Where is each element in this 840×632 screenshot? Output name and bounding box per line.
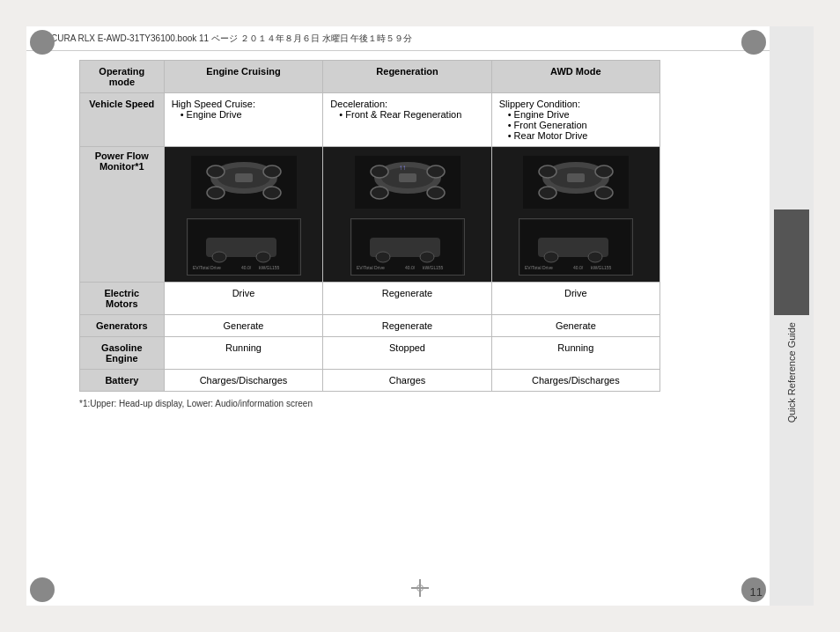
svg-point-21 <box>371 187 388 199</box>
svg-point-6 <box>263 187 281 199</box>
awd-gasoline: Running <box>491 337 659 370</box>
car-image-awd-top <box>523 151 629 214</box>
row-label-generators: Generators <box>80 315 165 337</box>
table-row-electric-motors: Electric Motors Drive Regenerate Drive <box>80 283 660 315</box>
svg-point-5 <box>207 187 225 199</box>
header-operating: Operating mode <box>80 61 165 93</box>
row-label-gasoline: Gasoline Engine <box>80 337 165 370</box>
svg-text:EV/Total Drive: EV/Total Drive <box>525 265 553 270</box>
row-label-battery: Battery <box>80 370 165 392</box>
table-row-generators: Generators Generate Regenerate Generate <box>80 315 660 337</box>
svg-text:EV/Total Drive: EV/Total Drive <box>357 265 385 270</box>
svg-point-43 <box>544 252 558 262</box>
regen-bullet-1: Front & Rear Regeneration <box>339 109 483 120</box>
header-regen: Regeneration <box>323 61 491 93</box>
right-sidebar: Quick Reference Guide <box>770 26 814 606</box>
svg-text:40.0/: 40.0/ <box>573 265 584 270</box>
awd-battery: Charges/Discharges <box>491 370 659 392</box>
svg-text:155: 155 <box>436 265 444 270</box>
svg-text:40.0/: 40.0/ <box>405 265 416 270</box>
svg-rect-23 <box>399 173 416 182</box>
car-image-regen-top: ↑↑ <box>355 151 461 214</box>
svg-point-37 <box>595 165 613 178</box>
svg-point-22 <box>427 187 445 199</box>
awd-electric: Drive <box>491 283 659 315</box>
engine-bullet-1: Engine Drive <box>181 109 316 120</box>
table-row-gasoline: Gasoline Engine Running Stopped Running <box>80 337 660 370</box>
engine-generators: Generate <box>164 315 323 337</box>
svg-rect-7 <box>235 173 253 182</box>
svg-text:↑↑: ↑↑ <box>399 164 406 172</box>
footnote: *1:Upper: Head-up display, Lower: Audio/… <box>79 399 748 408</box>
regen-vehicle-speed: Deceleration: Front & Rear Regeneration <box>323 93 491 147</box>
sidebar-label: Quick Reference Guide <box>786 322 797 423</box>
row-label-vehicle-speed: Vehicle Speed <box>80 93 165 147</box>
awd-bullet-3: Rear Motor Drive <box>508 130 652 141</box>
svg-point-11 <box>256 252 270 262</box>
engine-vehicle-speed: High Speed Cruise: Engine Drive <box>164 93 323 147</box>
awd-vehicle-speed: Slippery Condition: Engine Drive Front G… <box>491 93 659 147</box>
regen-power-flow: ↑↑ EV/Total Drive kW/GL 40.0/ 155 <box>323 147 491 283</box>
svg-point-36 <box>539 165 556 178</box>
row-label-electric-motors: Electric Motors <box>80 283 165 315</box>
svg-text:kW/GL: kW/GL <box>423 265 436 270</box>
table-row-power-flow: Power Flow Monitor*1 <box>80 147 660 283</box>
engine-electric: Drive <box>164 283 323 315</box>
engine-power-flow: EV/Total Drive kW/GL 40.0/ 155 <box>164 147 323 283</box>
svg-point-10 <box>212 252 226 262</box>
svg-point-28 <box>420 252 434 262</box>
svg-point-27 <box>376 252 390 262</box>
page-number: 11 <box>750 585 763 599</box>
svg-point-20 <box>427 165 445 178</box>
main-content: Operating mode Engine Cruising Regenerat… <box>79 51 748 408</box>
regen-generators: Regenerate <box>323 315 491 337</box>
svg-text:40.0/: 40.0/ <box>241 265 252 270</box>
svg-point-3 <box>207 165 225 178</box>
header-text: 15 ACURA RLX E-AWD-31TY36100.book 11 ページ… <box>33 33 412 45</box>
svg-text:kW/GL: kW/GL <box>259 265 272 270</box>
svg-point-44 <box>588 252 602 262</box>
svg-point-19 <box>371 165 388 178</box>
regen-battery: Charges <box>323 370 491 392</box>
awd-bullet-1: Engine Drive <box>508 109 652 120</box>
circle-decoration-bl <box>30 577 55 602</box>
car-image-engine-top <box>191 151 297 214</box>
monitor-display-engine: EV/Total Drive kW/GL 40.0/ 155 <box>187 218 301 276</box>
monitor-display-awd: EV/Total Drive kW/GL 40.0/ 155 <box>519 218 633 276</box>
circle-decoration-tl <box>30 30 55 55</box>
awd-bullet-2: Front Generation <box>508 120 652 130</box>
svg-text:155: 155 <box>272 265 280 270</box>
awd-power-flow: EV/Total Drive kW/GL 40.0/ 155 <box>491 147 659 283</box>
corner-marker-bc <box>411 579 429 597</box>
svg-text:EV/Total Drive: EV/Total Drive <box>193 265 221 270</box>
engine-battery: Charges/Discharges <box>164 370 323 392</box>
regen-electric: Regenerate <box>323 283 491 315</box>
main-table: Operating mode Engine Cruising Regenerat… <box>79 60 660 392</box>
svg-point-39 <box>595 187 613 199</box>
svg-text:155: 155 <box>604 265 612 270</box>
svg-text:kW/GL: kW/GL <box>591 265 604 270</box>
svg-rect-40 <box>567 173 585 182</box>
regen-gasoline: Stopped <box>323 337 491 370</box>
header-bar: 15 ACURA RLX E-AWD-31TY36100.book 11 ページ… <box>26 26 784 51</box>
svg-point-4 <box>263 165 281 178</box>
table-row-battery: Battery Charges/Discharges Charges Charg… <box>80 370 660 392</box>
table-row: Vehicle Speed High Speed Cruise: Engine … <box>80 93 660 147</box>
row-label-power-flow: Power Flow Monitor*1 <box>80 147 165 283</box>
monitor-display-regen: EV/Total Drive kW/GL 40.0/ 155 <box>350 218 465 276</box>
header-awd: AWD Mode <box>491 61 659 93</box>
engine-gasoline: Running <box>164 337 323 370</box>
awd-generators: Generate <box>491 315 659 337</box>
header-engine: Engine Cruising <box>164 61 323 93</box>
circle-decoration-tr <box>741 30 766 55</box>
svg-point-38 <box>539 187 556 199</box>
